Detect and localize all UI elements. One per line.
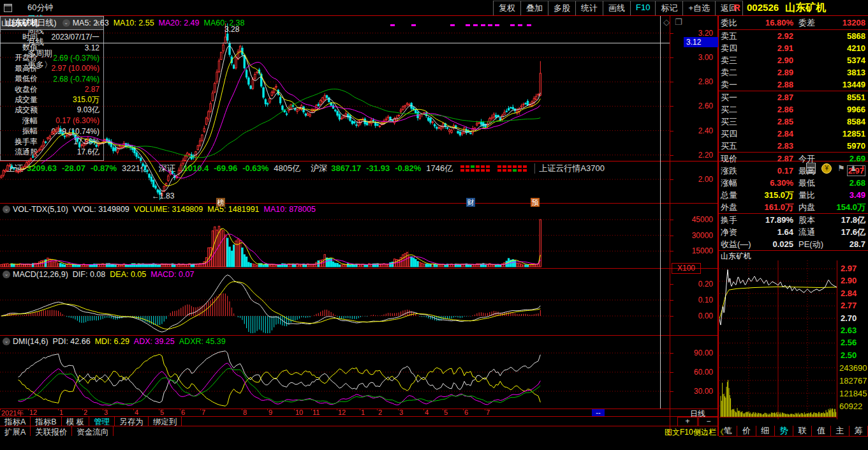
level-label: 买二	[719, 104, 754, 116]
collapse-icon[interactable]: ⌄	[63, 19, 70, 27]
ask-row[interactable]: 卖二2.893813	[719, 66, 868, 79]
legend-item: MDI: 6.29	[95, 337, 129, 346]
bid-row[interactable]: 买四2.8412851	[719, 128, 868, 140]
mini-axis-divider	[837, 260, 837, 419]
bid-row[interactable]: 买三2.858584	[719, 116, 868, 128]
mini-price-tick: 2.90	[841, 276, 857, 285]
stat-row: 涨幅6.30%最低2.68	[719, 177, 868, 189]
legend-item: VOLUME: 3149809	[134, 205, 203, 214]
quote-tab-主[interactable]: 主	[831, 426, 850, 436]
menu-item-复权[interactable]: 复权	[494, 1, 521, 15]
tab-指标B[interactable]: 指标B	[31, 416, 61, 426]
mini-price-tick: 2.56	[841, 338, 857, 347]
quote-tab-联[interactable]: 联	[793, 426, 812, 436]
menu-item-标记[interactable]: 标记	[656, 1, 683, 15]
dmi-pane[interactable]	[0, 335, 670, 409]
tab-管理[interactable]: 管理	[89, 416, 115, 426]
stock-badge: R 002526 山东矿机	[733, 1, 826, 15]
quote-tab-价[interactable]: 价	[737, 426, 756, 436]
daily-candlestick-chart[interactable]	[0, 16, 670, 203]
stat-cell: 17.6亿	[841, 227, 865, 237]
bid-row[interactable]: 买五2.835970	[719, 140, 868, 152]
diamond-icon[interactable]: ◇	[663, 17, 670, 27]
stat-cell: 3.49	[834, 190, 868, 200]
bid-row[interactable]: 买一2.878551	[719, 91, 868, 103]
main-chart-header: 山东矿机(日线) ⌄ MA5: 2.63MA10: 2.55MA20: 2.49…	[1, 17, 249, 29]
stat-cell: 2.97	[834, 166, 868, 176]
axis-tick-label: 2.80	[673, 77, 713, 86]
zoom-in-button[interactable]: +	[677, 417, 698, 426]
bid-row[interactable]: 买二2.869966	[719, 103, 868, 116]
ask-row[interactable]: 卖一2.8813449	[719, 79, 868, 91]
menu-item-F10[interactable]: F10	[631, 1, 656, 15]
tab-模 板[interactable]: 模 板	[62, 416, 89, 426]
tab-绑定到[interactable]: 绑定到	[149, 416, 182, 426]
axis-tick-label: 30000	[673, 231, 713, 240]
panel-layout-icon[interactable]: ❐	[675, 17, 682, 27]
zoom-out-button[interactable]: −	[698, 417, 719, 426]
stat-cell: 28.7	[850, 239, 865, 249]
stat-cell: 净资	[719, 227, 754, 238]
stat-cell: 外盘	[719, 202, 754, 213]
menu-item-+自选[interactable]: +自选	[683, 1, 716, 15]
quote-panel: 委比 16.80% 委差 13208 卖五2.925868卖四2.914210卖…	[719, 16, 868, 261]
legend-item: ADXR: 45.39	[179, 337, 226, 346]
time-axis-label: 3	[399, 409, 403, 416]
stat-cell: 2.69	[850, 154, 865, 163]
tab-另存为[interactable]: 另存为	[115, 416, 149, 426]
level-volume: 5970	[793, 141, 868, 151]
collapse-icon[interactable]: ⌄	[3, 206, 10, 213]
extension-tab-row: 扩展A关联报价资金流向	[0, 426, 114, 436]
level-price: 2.87	[754, 93, 793, 102]
mini-price-tick: 2.97	[841, 264, 857, 273]
event-badge-财[interactable]: 财	[466, 198, 475, 207]
menu-item-画线[interactable]: 画线	[603, 1, 631, 15]
ask-row[interactable]: 卖五2.925868	[719, 30, 868, 42]
legend-item: VVOL: 3149809	[73, 205, 129, 214]
menu-item-统计[interactable]: 统计	[576, 1, 603, 15]
time-axis-label: 9	[268, 409, 272, 416]
tab-扩展A[interactable]: 扩展A	[0, 426, 31, 436]
quote-tab-筹[interactable]: 筹	[850, 426, 868, 436]
stat-cell: 17.8亿	[841, 215, 865, 225]
dmi-indicator-name: DMI(14,6)	[13, 337, 48, 346]
f10-button[interactable]: 图文F10	[665, 427, 693, 438]
level-volume: 3813	[793, 68, 868, 77]
event-badge-预[interactable]: 预	[531, 198, 540, 207]
quote-tab-笔[interactable]: 笔	[719, 426, 737, 436]
level-price: 2.90	[754, 56, 793, 65]
event-badge-榜[interactable]: 榜	[216, 198, 225, 207]
stat-cell: 量比	[793, 190, 834, 201]
quote-tab-细[interactable]: 细	[756, 426, 775, 436]
stat-cell: 2.69	[834, 154, 868, 163]
axis-tick-label: 30.00	[673, 387, 713, 396]
pane-divider	[0, 203, 717, 204]
mini-vol-tick: 60922	[839, 401, 862, 411]
menu-item-60分钟[interactable]: 60分钟	[21, 2, 59, 13]
stat-row: 总量315.0万量比3.49	[719, 189, 868, 201]
tab-资金流向[interactable]: 资金流向	[72, 426, 114, 436]
time-axis-label: 7	[202, 409, 205, 416]
axis-tick-label: 0.00	[673, 311, 713, 320]
stat-cell: 流通	[793, 227, 834, 238]
tab-指标A[interactable]: 指标A	[0, 416, 31, 426]
menu-item-多股[interactable]: 多股	[548, 1, 576, 15]
intraday-volume-chart[interactable]	[719, 357, 837, 419]
window-icon[interactable]	[4, 4, 12, 12]
ask-row[interactable]: 卖四2.914210	[719, 42, 868, 54]
stat-cell: 315.0万	[754, 190, 793, 201]
stat-cell: 17.8亿	[834, 214, 868, 226]
level-label: 买四	[719, 128, 754, 140]
collapse-icon[interactable]: ⌄	[3, 338, 10, 345]
quote-tab-势[interactable]: 势	[775, 426, 793, 436]
collapse-icon[interactable]: ⌄	[3, 271, 10, 278]
quote-tab-值[interactable]: 值	[812, 426, 830, 436]
intraday-price-chart[interactable]	[719, 260, 837, 357]
tab-关联报价[interactable]: 关联报价	[31, 426, 72, 436]
ask-row[interactable]: 卖三2.905374	[719, 54, 868, 66]
volume-unit-label: X100	[672, 263, 701, 274]
axis-tick-label: 60.00	[673, 368, 713, 377]
menu-item-叠加[interactable]: 叠加	[521, 1, 548, 15]
level-price: 2.89	[754, 68, 793, 77]
stat-cell: 2.68	[834, 178, 868, 188]
